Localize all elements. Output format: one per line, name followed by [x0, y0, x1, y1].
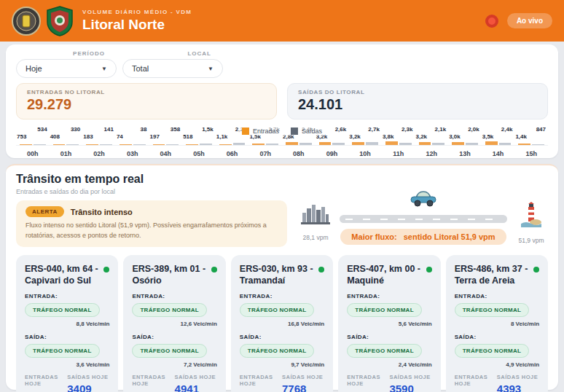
entradas-hour-value: 518: [182, 133, 216, 141]
road-graphic: [340, 215, 507, 223]
entradas-hour-value: 197: [149, 133, 183, 141]
realtime-card: Trânsito em tempo real Entradas e saídas…: [6, 164, 558, 390]
saidas-bar: [200, 144, 212, 145]
entradas-hoje-value: 8488: [240, 389, 282, 392]
hour-label: 01h: [50, 150, 83, 157]
entradas-hoje-label: ENTRADAS HOJE: [25, 374, 67, 387]
summary-card: PERÍODO Hoje ▼ LOCAL Total ▼ ENTRADAS NO…: [6, 44, 558, 158]
entrada-label: ENTRADA:: [132, 293, 216, 299]
hour-label: 05h: [182, 150, 216, 157]
app-header: VOLUME DIÁRIO MÉDIO - VDM Litoral Norte …: [0, 0, 564, 42]
app-subtitle: VOLUME DIÁRIO MÉDIO - VDM: [82, 9, 192, 15]
saidas-hour-value: 847: [514, 126, 548, 133]
chart-hour-column: 53475300h: [16, 126, 50, 157]
entradas-hoje-label: ENTRADAS HOJE: [240, 374, 282, 387]
hour-label: 02h: [82, 150, 116, 157]
entrada-rate: 5,6 Veic/min: [347, 321, 431, 327]
alert-badge: ALERTA: [26, 206, 64, 217]
saidas-hour-value: 2,7k: [348, 126, 382, 133]
entradas-hour-value: 408: [50, 133, 83, 141]
entradas-bar: [385, 141, 398, 145]
entradas-hoje-label: ENTRADAS HOJE: [455, 374, 497, 387]
hour-bars: [248, 141, 282, 146]
entradas-hoje-label: ENTRADAS HOJE: [347, 374, 389, 387]
entradas-hour-value: 3,5k: [482, 133, 515, 141]
filter-bar: PERÍODO Hoje ▼ LOCAL Total ▼: [16, 50, 548, 78]
entradas-bar: [20, 144, 32, 145]
chart-hour-column: 2,1k3,2k12h: [415, 126, 449, 157]
saidas-bar: [66, 144, 79, 145]
entrada-label: ENTRADA:: [347, 293, 431, 299]
saidas-hour-value: 330: [50, 126, 83, 133]
entradas-bar: [86, 144, 98, 145]
periodo-filter-group: PERÍODO Hoje ▼: [16, 50, 117, 78]
hour-bars: [116, 141, 149, 146]
station-title: ERS-040, km 64 - Capivari do Sul: [25, 263, 103, 287]
station-card: ERS-040, km 64 - Capivari do SulENTRADA:…: [16, 255, 118, 392]
entradas-hour-value: 753: [16, 133, 50, 141]
saidas-bar: [299, 143, 312, 145]
hour-bars: [282, 141, 316, 146]
online-status-dot-icon: [426, 267, 432, 273]
hour-bars: [448, 141, 482, 146]
chevron-down-icon: ▼: [101, 66, 107, 72]
entradas-hour-value: 3,0k: [448, 133, 482, 141]
entradas-hour-value: 3,2k: [415, 133, 449, 141]
entrada-rate: 12,6 Veic/min: [132, 321, 216, 327]
saida-rate: 4,9 Veic/min: [455, 361, 539, 368]
entradas-bar: [352, 142, 364, 145]
chart-hour-column: 35819704h: [149, 126, 183, 157]
saidas-bar: [233, 143, 246, 145]
entrada-rate: 8,8 Veic/min: [25, 321, 109, 327]
hour-bars: [514, 141, 548, 146]
saidas-bar: [133, 144, 146, 145]
entrada-status-badge: TRÁFEGO NORMAL: [132, 303, 207, 317]
hour-bars: [316, 141, 349, 146]
entrada-label: ENTRADA:: [25, 293, 109, 299]
local-select[interactable]: Total ▼: [122, 59, 223, 78]
hour-label: 11h: [382, 150, 415, 157]
saidas-bar: [532, 144, 544, 145]
chart-hour-column: 14118302h: [82, 126, 116, 157]
max-flow-badge: Maior fluxo: sentido Litoral 51,9 vpm: [340, 229, 506, 245]
saidas-bar: [399, 143, 412, 145]
chart-hour-column: 2,7k3,2k10h: [348, 126, 382, 157]
traffic-alert-box: ALERTA Trânsito intenso Fluxo intenso no…: [16, 200, 287, 247]
saidas-hoje-value: 4941: [175, 383, 217, 392]
online-status-dot-icon: [318, 267, 324, 273]
entradas-total-label: ENTRADAS NO LITORAL: [27, 89, 266, 95]
chart-hour-column: 2,0k3,0k13h: [448, 126, 482, 157]
saidas-total-label: SAÍDAS DO LITORAL: [298, 89, 537, 95]
chart-hour-column: 2,3k3,8k11h: [382, 126, 415, 157]
max-flow-value: sentido Litoral 51,9 vpm: [404, 232, 496, 241]
entradas-bar: [219, 144, 232, 145]
station-title: ERS-407, km 00 - Maquiné: [347, 263, 426, 287]
entradas-bar: [319, 142, 332, 145]
entradas-hour-value: 3,2k: [348, 133, 382, 141]
periodo-select[interactable]: Hoje ▼: [16, 59, 117, 78]
hour-label: 04h: [149, 150, 183, 157]
hour-label: 15h: [514, 150, 548, 157]
chart-hour-column: 2,4k3,5k14h: [482, 126, 515, 157]
station-title: ERS-030, km 93 - Tramandaí: [240, 263, 318, 287]
entradas-hour-value: 3,8k: [382, 133, 415, 141]
station-card: ERS-486, km 37 - Terra de AreiaENTRADA:T…: [446, 255, 548, 392]
hour-bars: [382, 141, 415, 146]
saidas-total-value: 24.101: [298, 96, 537, 113]
entradas-hour-value: 183: [82, 133, 116, 141]
periodo-selected-value: Hoje: [26, 64, 42, 73]
saida-status-badge: TRÁFEGO NORMAL: [455, 344, 530, 358]
max-flow-label: Maior fluxo:: [351, 232, 396, 241]
entrada-status-badge: TRÁFEGO NORMAL: [25, 303, 100, 317]
alert-description: Fluxo intenso no sentido Litoral (51,9 v…: [26, 221, 278, 241]
city-skyline-icon: [301, 202, 330, 225]
police-seal-icon: [12, 7, 41, 36]
coast-vpm-value: 51,9 vpm: [519, 237, 544, 244]
saidas-hour-value: 2,3k: [382, 126, 415, 133]
station-title: ERS-486, km 37 - Terra de Areia: [455, 263, 533, 287]
entradas-bar: [485, 141, 498, 145]
hour-label: 00h: [16, 150, 50, 157]
hour-bars: [16, 141, 50, 146]
entrada-status-badge: TRÁFEGO NORMAL: [347, 303, 422, 317]
entradas-hour-value: 74: [116, 133, 149, 141]
